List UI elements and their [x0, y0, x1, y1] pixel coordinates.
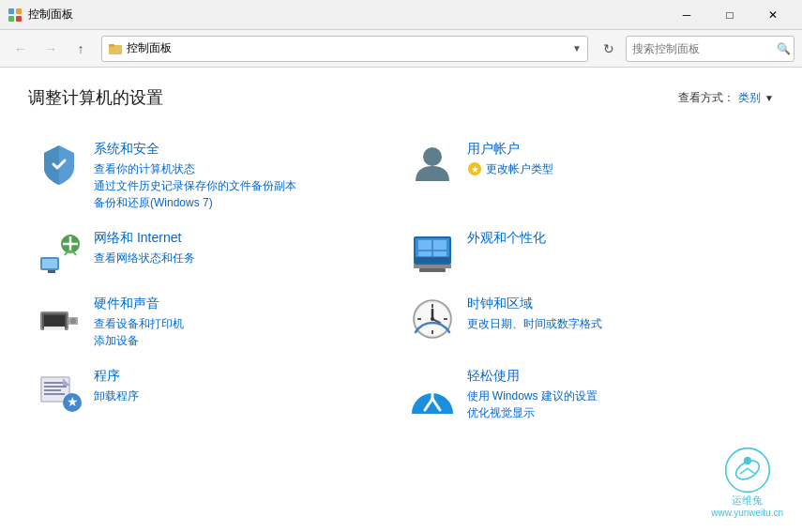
svg-point-6 — [423, 147, 442, 166]
navbar: ← → ↑ 控制面板 ▼ ↻ 🔍 — [0, 30, 802, 68]
up-icon: ↑ — [78, 41, 84, 56]
items-grid: 系统和安全 查看你的计算机状态 通过文件历史记录保存你的文件备份副本 备份和还原… — [28, 131, 774, 431]
svg-rect-19 — [433, 240, 446, 250]
svg-rect-43 — [44, 393, 65, 395]
svg-rect-10 — [42, 259, 57, 268]
system-security-link-3[interactable]: 备份和还原(Windows 7) — [94, 194, 394, 211]
clock-icon — [409, 296, 456, 342]
view-mode-value[interactable]: 类别 — [738, 90, 761, 106]
list-item: 外观和个性化 — [401, 220, 775, 286]
content-area: 调整计算机的设置 查看方式： 类别 ▼ 系统和安全 查看你的计算机状态 通过文件… — [0, 68, 802, 532]
forward-icon: → — [44, 41, 57, 56]
appearance-title[interactable]: 外观和个性化 — [467, 230, 767, 247]
up-button[interactable]: ↑ — [68, 36, 94, 62]
user-accounts-text: 用户帐户 ★ 更改帐户类型 — [467, 141, 767, 177]
system-security-link-1[interactable]: 查看你的计算机状态 — [94, 160, 394, 177]
hardware-title[interactable]: 硬件和声音 — [94, 296, 394, 312]
user-accounts-title[interactable]: 用户帐户 — [467, 141, 767, 158]
svg-rect-2 — [8, 16, 14, 22]
svg-rect-11 — [48, 270, 55, 273]
watermark-url: www.yunweitu.cn — [711, 508, 783, 518]
titlebar-left: 控制面板 — [8, 7, 73, 23]
watermark: 运维兔 www.yunweitu.cn — [711, 447, 783, 518]
network-title[interactable]: 网络和 Internet — [94, 230, 394, 247]
maximize-button[interactable]: □ — [708, 0, 751, 30]
view-mode-arrow-icon[interactable]: ▼ — [764, 93, 774, 103]
svg-rect-15 — [416, 257, 449, 263]
list-item: 轻松使用 使用 Windows 建议的设置 优化视觉显示 — [401, 358, 775, 431]
svg-rect-16 — [414, 265, 451, 268]
accessibility-link-1[interactable]: 使用 Windows 建议的设置 — [467, 388, 767, 404]
hardware-text: 硬件和声音 查看设备和打印机 添加设备 — [94, 296, 394, 349]
watermark-logo-icon — [724, 447, 771, 494]
appearance-icon — [409, 230, 456, 277]
system-security-title[interactable]: 系统和安全 — [94, 141, 394, 158]
address-bar[interactable]: 控制面板 ▼ — [101, 36, 588, 62]
back-icon: ← — [14, 41, 27, 56]
system-security-text: 系统和安全 查看你的计算机状态 通过文件历史记录保存你的文件备份副本 备份和还原… — [94, 141, 394, 211]
svg-rect-1 — [16, 8, 22, 14]
address-dropdown-icon[interactable]: ▼ — [572, 43, 582, 53]
user-accounts-link-1[interactable]: 更改帐户类型 — [486, 160, 553, 177]
accessibility-text: 轻松使用 使用 Windows 建议的设置 优化视觉显示 — [467, 368, 767, 421]
list-item: 系统和安全 查看你的计算机状态 通过文件历史记录保存你的文件备份副本 备份和还原… — [28, 131, 401, 220]
svg-text:★: ★ — [67, 394, 79, 409]
svg-text:★: ★ — [470, 164, 478, 175]
search-icon: 🔍 — [777, 42, 791, 55]
svg-point-37 — [431, 317, 434, 321]
clock-text: 时钟和区域 更改日期、时间或数字格式 — [467, 296, 767, 332]
svg-rect-17 — [419, 268, 446, 272]
svg-point-56 — [743, 457, 750, 464]
network-text: 网络和 Internet 查看网络状态和任务 — [94, 230, 394, 266]
titlebar: 控制面板 ─ □ ✕ — [0, 0, 802, 30]
clock-title[interactable]: 时钟和区域 — [467, 296, 767, 312]
programs-link-1[interactable]: 卸载程序 — [94, 388, 394, 404]
accessibility-title[interactable]: 轻松使用 — [467, 368, 767, 385]
list-item: 网络和 Internet 查看网络状态和任务 — [28, 220, 401, 286]
search-bar[interactable]: 🔍 — [626, 36, 794, 62]
list-item: 硬件和声音 查看设备和打印机 添加设备 — [28, 286, 401, 358]
search-input[interactable] — [632, 42, 773, 55]
list-item: 用户帐户 ★ 更改帐户类型 — [401, 131, 775, 220]
titlebar-app-icon — [8, 8, 23, 23]
svg-rect-0 — [8, 8, 14, 14]
network-link-1[interactable]: 查看网络状态和任务 — [94, 250, 394, 266]
system-security-icon — [36, 141, 83, 188]
back-button[interactable]: ← — [8, 36, 34, 62]
view-mode-control: 查看方式： 类别 ▼ — [678, 90, 774, 106]
page-title: 调整计算机的设置 — [28, 86, 163, 109]
view-mode-label: 查看方式： — [678, 90, 734, 106]
address-folder-icon — [108, 41, 123, 56]
clock-link-1[interactable]: 更改日期、时间或数字格式 — [467, 315, 767, 332]
svg-rect-20 — [418, 251, 431, 256]
address-text: 控制面板 — [127, 40, 568, 56]
svg-rect-40 — [44, 382, 63, 384]
user-accounts-icon — [409, 141, 456, 188]
svg-point-48 — [428, 372, 437, 381]
svg-rect-18 — [418, 240, 431, 250]
svg-rect-28 — [44, 328, 65, 330]
svg-rect-3 — [16, 16, 22, 22]
refresh-button[interactable]: ↻ — [596, 36, 622, 62]
svg-rect-5 — [109, 44, 114, 47]
accessibility-icon — [409, 368, 456, 415]
hardware-icon — [36, 296, 83, 342]
minimize-button[interactable]: ─ — [665, 0, 708, 30]
titlebar-controls: ─ □ ✕ — [665, 0, 794, 30]
close-button[interactable]: ✕ — [751, 0, 794, 30]
hardware-link-2[interactable]: 添加设备 — [94, 332, 394, 349]
titlebar-title: 控制面板 — [28, 7, 73, 23]
hardware-link-1[interactable]: 查看设备和打印机 — [94, 315, 394, 332]
accessibility-link-2[interactable]: 优化视觉显示 — [467, 404, 767, 421]
programs-text: 程序 卸载程序 — [94, 368, 394, 404]
svg-point-54 — [725, 448, 769, 493]
list-item: 时钟和区域 更改日期、时间或数字格式 — [401, 286, 775, 358]
programs-title[interactable]: 程序 — [94, 368, 394, 385]
appearance-text: 外观和个性化 — [467, 230, 767, 250]
refresh-icon: ↻ — [603, 41, 614, 56]
system-security-link-2[interactable]: 通过文件历史记录保存你的文件备份副本 — [94, 177, 394, 194]
svg-rect-27 — [44, 327, 65, 328]
content-header: 调整计算机的设置 查看方式： 类别 ▼ — [28, 86, 774, 109]
forward-button[interactable]: → — [38, 36, 64, 62]
svg-rect-42 — [44, 389, 61, 391]
